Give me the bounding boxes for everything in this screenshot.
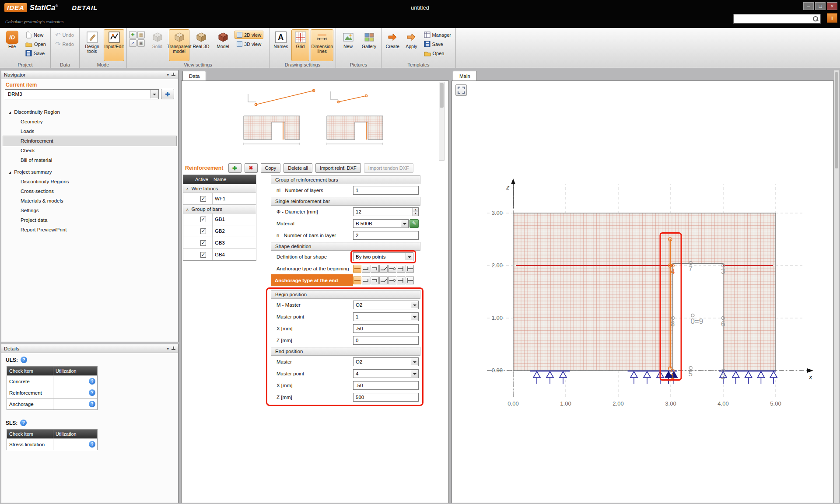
tree-item-bill-of-material[interactable]: Bill of material <box>3 155 176 165</box>
table-row-wf1[interactable]: WF1 <box>183 192 256 204</box>
tab-data[interactable]: Data <box>182 71 206 80</box>
close-button[interactable]: × <box>827 2 837 10</box>
item-name[interactable]: GB2 <box>212 225 256 237</box>
redo-button[interactable]: ↷ Redo <box>53 40 76 48</box>
names-button[interactable]: A Names <box>272 29 290 61</box>
search-input[interactable] <box>734 15 812 23</box>
concrete-help-icon[interactable]: ? <box>89 378 95 385</box>
table-row-gb4[interactable]: GB4 <box>183 248 256 260</box>
tree-item-geometry[interactable]: Geometry <box>3 117 176 126</box>
active-checkbox[interactable] <box>200 228 206 234</box>
item-name[interactable]: GB3 <box>212 237 256 248</box>
chevron-down-icon[interactable]: ▾ <box>167 73 169 77</box>
diameter-stepper[interactable]: ▲▼ <box>413 207 419 216</box>
reinforcement-help-icon[interactable]: ? <box>89 389 95 396</box>
item-name[interactable]: GB4 <box>212 249 256 260</box>
transparent-model-button[interactable]: Transparent model <box>169 29 189 61</box>
save-project-button[interactable]: Save <box>23 49 48 57</box>
delete-all-button[interactable]: Delete all <box>284 163 312 173</box>
anchorage-loop-icon[interactable] <box>388 276 396 284</box>
anchorage-loop-icon[interactable] <box>388 265 396 273</box>
spin-down-icon[interactable]: ▼ <box>413 212 418 216</box>
tree-item-loads[interactable]: Loads <box>3 126 176 136</box>
tree-item-project-summary[interactable]: Project summary <box>3 167 176 177</box>
input-edit-button[interactable]: Input/Edit <box>104 29 124 61</box>
current-item-select[interactable]: DRM3 <box>5 89 159 99</box>
uls-help-icon[interactable]: ? <box>21 357 27 363</box>
undo-button[interactable]: ↶ Undo <box>53 31 76 39</box>
anchorage-bend-icon[interactable] <box>379 276 388 284</box>
end-master-point-select[interactable]: 4 <box>353 369 419 378</box>
anchorage-straight-icon[interactable] <box>353 276 361 284</box>
solid-button[interactable]: Solid <box>147 29 168 61</box>
table-row-gb1[interactable]: GB1 <box>183 213 256 225</box>
tree-item-report-preview-print[interactable]: Report Preview/Print <box>3 225 176 234</box>
view-tool-copy-icon[interactable]: ✚ <box>129 31 136 38</box>
stress-limitation-help-icon[interactable]: ? <box>89 441 95 448</box>
expand-triangle-icon[interactable] <box>8 169 14 175</box>
scrollbar-thumb[interactable] <box>440 83 444 108</box>
fit-view-button[interactable] <box>455 84 467 96</box>
sls-help-icon[interactable]: ? <box>20 420 27 426</box>
dimension-lines-button[interactable]: Dimension lines <box>311 29 333 61</box>
table-row-gb3[interactable]: GB3 <box>183 237 256 248</box>
anchorage-hook-up-icon[interactable] <box>362 265 370 273</box>
table-group-wire-fabrics[interactable]: Wire fabrics <box>183 184 256 192</box>
3d-view-button[interactable]: 3D view <box>234 40 263 48</box>
minimize-button[interactable]: – <box>803 2 814 10</box>
table-row-gb2[interactable]: GB2 <box>183 225 256 237</box>
anchorage-head-icon[interactable] <box>397 276 405 284</box>
bars-in-layer-input[interactable] <box>353 231 419 240</box>
file-button[interactable]: ID File <box>2 29 22 61</box>
shape-definition-select[interactable]: By two points <box>353 252 413 261</box>
item-name[interactable]: WF1 <box>212 193 256 204</box>
scrollbar-thumb[interactable] <box>835 72 838 168</box>
tree-item-settings[interactable]: Settings <box>3 206 176 215</box>
structure-drawing[interactable]: 0.001.002.003.004.005.000.001.002.003.00… <box>452 81 833 503</box>
anchorage-plate-icon[interactable] <box>406 265 414 273</box>
diameter-input[interactable] <box>353 207 413 216</box>
view-tool-box-icon[interactable]: ▦ <box>137 31 145 38</box>
begin-x-input[interactable] <box>353 324 419 333</box>
new-project-button[interactable]: New <box>23 31 48 39</box>
view-tool-axes-icon[interactable]: ↗ <box>129 39 136 47</box>
template-save-button[interactable]: Save <box>422 40 453 48</box>
end-x-input[interactable] <box>353 381 419 390</box>
layers-input[interactable] <box>353 186 419 195</box>
tree-item-project-data[interactable]: Project data <box>3 215 176 225</box>
anchorage-hook-down-icon[interactable] <box>371 276 379 284</box>
begin-z-input[interactable] <box>353 336 419 345</box>
template-open-button[interactable]: Open <box>422 49 453 57</box>
anchorage-straight-icon[interactable] <box>353 265 361 273</box>
chevron-down-icon[interactable]: ▾ <box>167 346 169 351</box>
end-z-input[interactable] <box>353 393 419 402</box>
delete-reinforcement-button[interactable]: ✖ <box>245 163 258 173</box>
begin-master-select[interactable]: O2 <box>353 301 419 309</box>
tree-item-materials-models[interactable]: Materials & models <box>3 196 176 206</box>
gallery-button[interactable]: Gallery <box>359 29 379 61</box>
add-item-button[interactable]: ✚ <box>161 89 174 99</box>
view-tool-cube-icon[interactable]: ▣ <box>137 39 145 47</box>
import-reinf-dxf-button[interactable]: Import reinf. DXF <box>315 163 361 173</box>
import-tendon-dxf-button[interactable]: Import tendon DXF <box>364 163 413 173</box>
anchorage-plate-icon[interactable] <box>406 276 414 284</box>
tree-item-reinforcement[interactable]: Reinforcement <box>3 136 176 146</box>
end-master-select[interactable]: O2 <box>353 357 419 366</box>
anchorage-hook-down-icon[interactable] <box>371 265 379 273</box>
template-manager-button[interactable]: Manager <box>422 31 453 39</box>
tree-item-check[interactable]: Check <box>3 146 176 155</box>
tab-main[interactable]: Main <box>453 71 477 80</box>
begin-master-point-select[interactable]: 1 <box>353 312 419 321</box>
anchorage-head-icon[interactable] <box>397 265 405 273</box>
material-select[interactable]: B 500B <box>353 219 409 228</box>
anchorage-help-icon[interactable]: ? <box>89 401 95 407</box>
model-button[interactable]: Model <box>213 29 233 61</box>
preview-scrollbar[interactable] <box>439 82 444 161</box>
main-scrollbar[interactable] <box>834 70 839 503</box>
new-picture-button[interactable]: New <box>338 29 358 61</box>
active-checkbox[interactable] <box>200 252 206 258</box>
tree-item-discontinuity-regions[interactable]: Discontinuity Regions <box>3 177 176 186</box>
tree-item-cross-sections[interactable]: Cross-sections <box>3 186 176 196</box>
help-button[interactable]: i <box>827 13 837 23</box>
expand-triangle-icon[interactable] <box>8 109 14 115</box>
